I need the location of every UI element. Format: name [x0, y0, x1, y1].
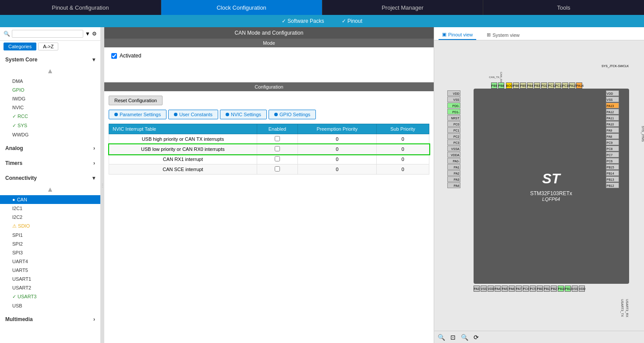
section-multimedia: Multimedia ›: [0, 312, 100, 327]
sidebar-divider[interactable]: ⋮: [101, 27, 104, 343]
sidebar-item-spi3[interactable]: SPI3: [0, 248, 100, 257]
sidebar-item-uart4[interactable]: UART4: [0, 257, 100, 266]
activated-row: Activated: [111, 53, 427, 59]
pin-can-tx-box: PB9: [491, 82, 497, 89]
nav-project[interactable]: Project Manager: [322, 0, 484, 15]
tab-parameter-settings[interactable]: Parameter Settings: [109, 110, 166, 119]
zoom-out-icon[interactable]: 🔍: [438, 334, 445, 341]
pin-pa2-l: PA2: [447, 170, 460, 176]
section-analog: Analog ›: [0, 141, 100, 156]
pin-pa6-b: PA6: [509, 286, 515, 292]
nvic-interrupt-table: NVIC Interrupt Table Enabled Preemption …: [109, 124, 429, 175]
pin-pa7-b: PA7: [516, 286, 522, 292]
enabled-cell-4[interactable]: [257, 164, 297, 175]
sidebar-item-usart2[interactable]: USART2: [0, 283, 100, 292]
connectivity-header[interactable]: Connectivity ▾: [0, 172, 100, 184]
pin-pa11-r: PA11: [606, 115, 619, 121]
main-layout: 🔍 ▼ ⚙ Categories A->Z System Core ▾ ▲ DM…: [0, 27, 644, 343]
enabled-checkbox-4[interactable]: [275, 166, 280, 172]
pin-pc12: PC12: [548, 82, 554, 89]
col-header-sub-priority: Sub Priority: [376, 124, 429, 134]
sidebar-item-usart1[interactable]: USART1: [0, 275, 100, 283]
enabled-cell-3[interactable]: [257, 154, 297, 164]
tab-system-view[interactable]: ⊞ System view: [483, 30, 523, 40]
sidebar-item-spi1[interactable]: SPI1: [0, 231, 100, 239]
sidebar-item-dma[interactable]: DMA: [0, 77, 100, 86]
section-timers: Timers ›: [0, 156, 100, 171]
pin-pa5-b: PA5: [502, 286, 508, 292]
sidebar-item-gpio[interactable]: GPIO: [0, 86, 100, 94]
sidebar-item-nvic[interactable]: NVIC: [0, 103, 100, 112]
pin-vss-l: VSS: [447, 96, 473, 102]
enabled-cell[interactable]: [257, 134, 297, 144]
top-right-labels: SYS_JTCK-SWCLK: [602, 64, 629, 68]
activated-checkbox[interactable]: [111, 53, 117, 59]
timers-header[interactable]: Timers ›: [0, 157, 100, 169]
zoom-in-icon[interactable]: 🔍: [461, 334, 468, 341]
right-panel-tabs: ▣ Pinout view ⊞ System view: [434, 27, 644, 40]
nav-pinout[interactable]: Pinout & Configuration: [0, 0, 161, 15]
sidebar-item-rcc[interactable]: ✓ RCC: [0, 112, 100, 121]
pinout-menu[interactable]: ✓ Pinout: [342, 18, 362, 24]
software-packs-menu[interactable]: ✓ Software Packs: [282, 18, 324, 24]
sidebar-item-sdio[interactable]: ⚠ SDIO: [0, 222, 100, 231]
sidebar-tabs: Categories A->Z: [0, 41, 100, 52]
interrupt-name-4: CAN SCE interrupt: [109, 164, 257, 175]
sidebar-item-iwdg[interactable]: IWDG: [0, 94, 100, 103]
pin-pb6: PB6: [513, 82, 519, 89]
tab-dot-4: [274, 113, 278, 116]
sidebar-item-uart5[interactable]: UART5: [0, 266, 100, 275]
pin-pb11-b: PB11: [565, 286, 571, 292]
reset-configuration-button[interactable]: Reset Configuration: [109, 96, 163, 105]
sidebar-item-usb[interactable]: USB: [0, 301, 100, 310]
pin-nrst-l: NRST: [447, 115, 460, 121]
sub-priority-cell-4: 0: [376, 164, 429, 175]
enabled-cell-2[interactable]: [257, 144, 297, 154]
pin-vss-b2: VSS: [572, 286, 578, 292]
config-section-header: Configuration: [104, 82, 434, 91]
sidebar: 🔍 ▼ ⚙ Categories A->Z System Core ▾ ▲ DM…: [0, 27, 101, 343]
tab-pinout-view[interactable]: ▣ Pinout view: [439, 30, 476, 40]
tab-categories[interactable]: Categories: [4, 43, 36, 50]
tab-dot-2: [174, 113, 177, 116]
rotate-icon[interactable]: ⟳: [474, 334, 479, 341]
pin-pa3-b: PA3: [474, 286, 480, 292]
chip-logo: ST: [542, 171, 560, 187]
search-input[interactable]: [12, 30, 83, 38]
nav-tools[interactable]: Tools: [483, 0, 644, 15]
secondary-toolbar: ✓ Software Packs ✓ Pinout: [0, 15, 644, 27]
enabled-checkbox[interactable]: [275, 136, 280, 141]
pin-pa4-l: PA4: [447, 182, 460, 188]
enabled-checkbox-2[interactable]: [275, 146, 280, 151]
tab-a-z[interactable]: A->Z: [38, 43, 58, 50]
nav-clock[interactable]: Clock Configuration: [161, 0, 322, 15]
col-header-preemption: Preemption Priority: [298, 124, 377, 134]
sidebar-item-wwdg[interactable]: WWDG: [0, 130, 100, 139]
tab-nvic-settings[interactable]: NVIC Settings: [220, 110, 267, 119]
config-content: Reset Configuration Parameter Settings U…: [104, 91, 434, 343]
chip-package: LQFP64: [542, 197, 560, 202]
system-core-header[interactable]: System Core ▾: [0, 54, 100, 65]
pin-pb1-b: PB1: [544, 286, 550, 292]
sidebar-item-i2c1[interactable]: I2C1: [0, 204, 100, 213]
settings-icon[interactable]: ⚙: [92, 31, 97, 37]
pin-can-tx: CAN_TX PB9: [491, 72, 497, 89]
analog-header[interactable]: Analog ›: [0, 143, 100, 154]
pin-vdd-l: VDD: [447, 90, 473, 96]
tab-user-constants[interactable]: User Constants: [168, 110, 218, 119]
enabled-checkbox-3[interactable]: [275, 156, 280, 161]
sidebar-item-spi2[interactable]: SPI2: [0, 239, 100, 248]
interrupt-name-2: USB low priority or CAN RX0 interrupts: [109, 144, 257, 154]
pin-pc10: PC10: [562, 82, 568, 89]
sidebar-item-can[interactable]: ● CAN: [0, 195, 100, 204]
sidebar-item-usart3[interactable]: ✓ USART3: [0, 292, 100, 301]
grid-icon: ⊞: [487, 32, 491, 38]
multimedia-header[interactable]: Multimedia ›: [0, 314, 100, 325]
col-header-enabled: Enabled: [257, 124, 297, 134]
fit-icon[interactable]: ⊡: [450, 334, 456, 341]
search-dropdown-icon[interactable]: ▼: [85, 31, 90, 37]
sidebar-item-i2c2[interactable]: I2C2: [0, 213, 100, 222]
tab-gpio-settings[interactable]: GPIO Settings: [269, 110, 316, 119]
chevron-down-icon-2: ▾: [92, 175, 95, 181]
sidebar-item-sys[interactable]: ✓ SYS: [0, 121, 100, 130]
